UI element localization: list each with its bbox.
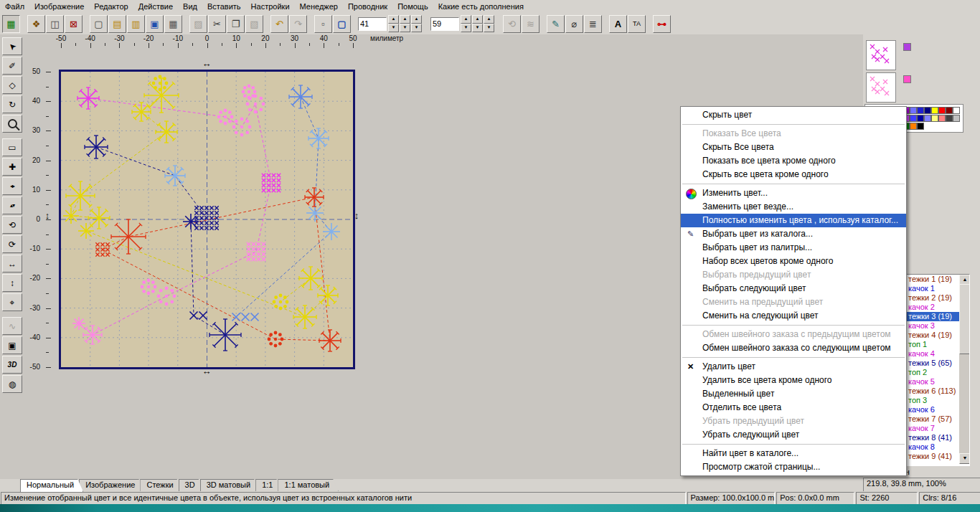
- context-menu-item[interactable]: ✎Выбрать цвет из каталога...: [681, 227, 906, 241]
- stitch-flake[interactable]: [247, 242, 265, 261]
- stitch-flake[interactable]: [323, 223, 340, 240]
- context-menu-item[interactable]: Обмен швейного заказа со следующим цвето…: [681, 341, 906, 355]
- context-menu-item[interactable]: Скрыть Все цвета: [681, 141, 906, 154]
- context-menu-item[interactable]: Выбрать предыдущий цвет: [681, 268, 906, 282]
- design-thumb-2[interactable]: [866, 72, 896, 103]
- stitch-flake[interactable]: [293, 305, 316, 328]
- polygon-select-tool[interactable]: ◇: [2, 76, 22, 94]
- palette-swatch[interactable]: [946, 107, 953, 114]
- context-menu-item[interactable]: Убрать предыдущий цвет: [681, 414, 906, 428]
- param2-input[interactable]: [430, 17, 459, 31]
- zoom-tool[interactable]: [2, 115, 22, 133]
- erase-tool-button[interactable]: ⊠: [65, 15, 83, 33]
- rotate-left-button[interactable]: ⟲: [2, 216, 22, 234]
- spin-up-button[interactable]: ▲: [400, 15, 410, 24]
- param1-input[interactable]: [358, 17, 387, 31]
- save-file-button[interactable]: ▣: [146, 15, 164, 33]
- center-vertical-button[interactable]: ↕: [2, 274, 22, 292]
- palette-swatch[interactable]: [917, 107, 924, 114]
- lasso-select-tool[interactable]: ✐: [2, 57, 22, 75]
- context-menu-item[interactable]: Выбрать следующий цвет: [681, 282, 906, 295]
- design-mode-button[interactable]: ▦: [2, 15, 20, 33]
- stitch-flake[interactable]: [308, 128, 329, 148]
- context-menu-item[interactable]: Показать Все цвета: [681, 127, 906, 141]
- measure-button[interactable]: ⌀: [565, 15, 583, 33]
- recolor-button[interactable]: ✎: [547, 15, 565, 33]
- palette-swatch[interactable]: [946, 115, 953, 122]
- spin-up-button[interactable]: ▲: [388, 15, 399, 24]
- spin-down-button[interactable]: ▼: [484, 24, 494, 32]
- menubar-item[interactable]: Менеджер: [295, 1, 343, 12]
- context-menu-item[interactable]: Набор всех цветов кроме одного: [681, 255, 906, 268]
- stitch-flake[interactable]: [262, 174, 281, 192]
- rotate-45-button[interactable]: ⟲: [503, 15, 521, 33]
- menubar-item[interactable]: Вставить: [202, 1, 246, 12]
- view-tab[interactable]: 3D матовый: [200, 479, 260, 492]
- stitch-flake[interactable]: [83, 326, 102, 344]
- stitch-flake[interactable]: [289, 85, 312, 108]
- stitch-flake[interactable]: [157, 287, 176, 306]
- palette-swatch[interactable]: [917, 123, 924, 130]
- spin-up-button[interactable]: ▲: [411, 15, 422, 24]
- context-menu-item[interactable]: Показать все цвета кроме одного: [681, 154, 906, 168]
- stitch-flake[interactable]: [95, 242, 109, 256]
- center-button[interactable]: ⌖: [2, 293, 22, 311]
- shift-order-button[interactable]: ≋: [522, 15, 540, 33]
- spin-up-button[interactable]: ▲: [484, 15, 494, 24]
- context-menu-item[interactable]: Удалить все цвета кроме одного: [681, 374, 906, 387]
- design-thumb-1[interactable]: [866, 40, 896, 70]
- print-button[interactable]: ▦: [164, 15, 182, 33]
- spin-up-button[interactable]: ▲: [472, 15, 483, 24]
- sequence-tool[interactable]: ∿: [2, 317, 22, 335]
- context-menu-item[interactable]: Скрыть все цвета кроме одного: [681, 168, 906, 181]
- view-tab[interactable]: Стежки: [140, 479, 182, 492]
- new-file-button[interactable]: ▢: [90, 15, 108, 33]
- palette-swatch[interactable]: [910, 107, 917, 114]
- rotate-right-button[interactable]: ⟳: [2, 235, 22, 253]
- view-tab[interactable]: Нормальный: [20, 479, 83, 492]
- stitch-flake[interactable]: [268, 331, 284, 348]
- stitch-flake[interactable]: [141, 279, 157, 295]
- palette-swatch[interactable]: [917, 115, 924, 122]
- design-canvas[interactable]: [61, 72, 353, 367]
- palette-swatch[interactable]: [953, 115, 960, 122]
- stitch-flake[interactable]: [63, 208, 79, 224]
- design-area[interactable]: [59, 70, 355, 369]
- palette-swatch[interactable]: [938, 107, 946, 114]
- density-button[interactable]: ≣: [584, 15, 602, 33]
- thumbnail-color-swatch[interactable]: [903, 43, 911, 51]
- stitch-flake[interactable]: [85, 136, 108, 158]
- copy-button[interactable]: ❐: [227, 15, 245, 33]
- menubar-item[interactable]: Вид: [178, 1, 202, 12]
- stitch-flake[interactable]: [232, 118, 252, 137]
- menubar-item[interactable]: Какие есть дополнения: [433, 1, 529, 12]
- stitch-flake[interactable]: [217, 109, 234, 125]
- stitch-flake[interactable]: [111, 219, 146, 254]
- stitch-flake[interactable]: [72, 317, 85, 330]
- move-tool[interactable]: ✚: [2, 158, 22, 176]
- redo-button[interactable]: ↷: [289, 15, 307, 33]
- stitch-flake[interactable]: [165, 166, 185, 186]
- menubar-item[interactable]: Проводник: [343, 1, 392, 12]
- palette-swatch[interactable]: [924, 115, 931, 122]
- palette-swatch[interactable]: [910, 123, 917, 130]
- stitch-flake[interactable]: [299, 267, 322, 290]
- context-menu-item[interactable]: Сменить на следующий цвет: [681, 309, 906, 323]
- scrollbar-thumb[interactable]: [959, 284, 970, 354]
- outline-tool[interactable]: ▣: [2, 336, 22, 354]
- spin-up-button[interactable]: ▲: [461, 15, 471, 24]
- stitch-flake[interactable]: [273, 294, 289, 310]
- context-menu-item[interactable]: Выделенный цвет: [681, 387, 906, 401]
- context-menu-item[interactable]: Изменить цвет...: [681, 186, 906, 200]
- stitch-flake[interactable]: [232, 313, 259, 321]
- stitch-flake[interactable]: [318, 285, 338, 305]
- stitch-flake[interactable]: [209, 319, 241, 351]
- stitch-flake[interactable]: [319, 330, 341, 351]
- mirror-horizontal-button[interactable]: ◂▸: [2, 177, 22, 195]
- resize-handle-left[interactable]: ↕: [45, 210, 50, 221]
- palette-swatch[interactable]: [953, 107, 960, 114]
- spin-down-button[interactable]: ▼: [461, 24, 471, 32]
- menubar-item[interactable]: Настройки: [246, 1, 295, 12]
- spin-down-button[interactable]: ▼: [472, 24, 483, 32]
- palette-swatch[interactable]: [938, 115, 946, 122]
